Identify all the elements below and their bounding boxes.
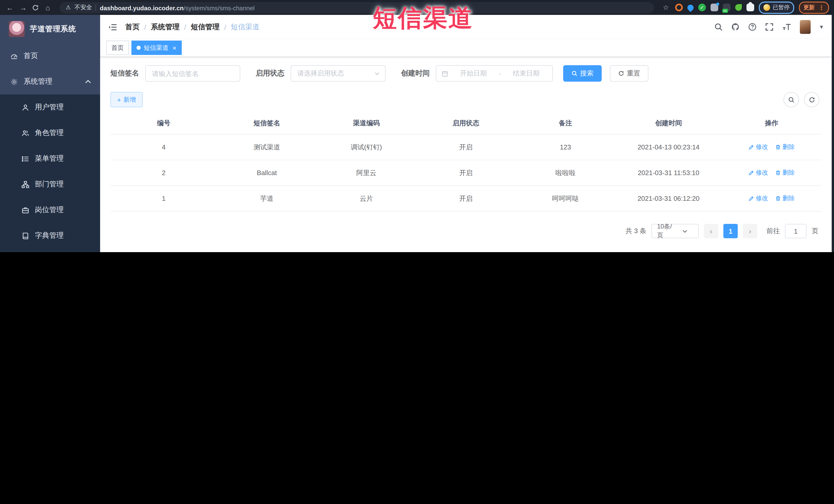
total-count: 共 3 条 (626, 226, 646, 236)
delete-link[interactable]: 删除 (775, 169, 795, 177)
extension-leaf-icon[interactable] (735, 4, 742, 11)
close-tab-icon[interactable]: × (173, 44, 176, 51)
sidebar-item-2[interactable]: 用户管理 (0, 94, 100, 120)
sidebar-item-label: 首页 (24, 51, 38, 61)
add-button[interactable]: + 新增 (110, 92, 142, 107)
sidebar-item-label: 部门管理 (35, 180, 64, 189)
post-icon (22, 206, 29, 214)
sidebar-logo[interactable]: 芋道管理系统 (0, 15, 100, 43)
delete-link[interactable]: 删除 (775, 194, 795, 203)
browser-home-icon[interactable]: ⌂ (43, 3, 52, 12)
search-icon[interactable] (714, 23, 723, 31)
github-icon[interactable] (731, 23, 740, 31)
sidebar-item-5[interactable]: 部门管理 (0, 172, 100, 197)
sidebar-collapse-icon[interactable] (108, 23, 117, 31)
page-scrollbar[interactable] (832, 15, 834, 252)
sidebar-item-1[interactable]: 系统管理 (0, 69, 100, 94)
sign-input[interactable] (145, 65, 240, 82)
table-row: 4测试渠道调试(钉钉)开启1232021-04-13 00:23:14修改删除 (110, 134, 821, 160)
search-form: 短信签名 启用状态 请选择启用状态 创建时间 (110, 65, 821, 82)
sidebar-item-4[interactable]: 菜单管理 (0, 146, 100, 172)
calendar-icon (441, 70, 448, 77)
refresh-table-button[interactable] (804, 92, 819, 107)
url-host: dashboard.yudao.iocoder.cn (100, 4, 184, 12)
edit-pencil-icon (748, 196, 754, 201)
cell-status: 开启 (416, 160, 516, 185)
cell-remark: 呵呵呵哒 (516, 185, 615, 211)
start-date-placeholder: 开始日期 (452, 69, 495, 78)
tab-label: 首页 (111, 43, 124, 52)
cell-actions: 修改删除 (722, 160, 821, 185)
tab-短信渠道[interactable]: 短信渠道× (131, 41, 181, 55)
end-date-placeholder: 结束日期 (505, 69, 547, 78)
cell-actions: 修改删除 (722, 185, 821, 211)
status-select[interactable]: 请选择启用状态 (290, 65, 386, 82)
breadcrumb-item[interactable]: 系统管理 (151, 22, 180, 31)
cell-sign: 芋道 (217, 185, 317, 211)
edit-link[interactable]: 修改 (748, 194, 768, 203)
sidebar-item-0[interactable]: 首页 (0, 43, 100, 69)
user-avatar[interactable] (800, 20, 811, 34)
browser-menu-dots-icon[interactable]: ⋮ (818, 4, 825, 11)
browser-forward-icon[interactable]: → (19, 3, 28, 12)
sidebar-item-8[interactable]: 通知公告 (0, 248, 100, 252)
extension-video-icon[interactable]: on (723, 4, 730, 11)
range-separator: - (499, 70, 501, 77)
chevron-up-icon (84, 78, 92, 86)
browser-back-icon[interactable]: ← (5, 3, 14, 12)
fullscreen-icon[interactable] (765, 23, 774, 31)
app-shell: 芋道管理系统 首页系统管理用户管理角色管理菜单管理部门管理岗位管理字典管理通知公… (0, 15, 834, 252)
cell-sign: 测试渠道 (217, 134, 317, 160)
search-button[interactable]: 搜索 (563, 65, 602, 82)
cell-code: 阿里云 (316, 160, 416, 185)
extension-check-icon[interactable]: ✓ (698, 4, 706, 11)
table-column-header: 备注 (516, 114, 615, 134)
browser-update-button[interactable]: 更新 ⋮ (799, 1, 829, 14)
bookmark-star-icon[interactable]: ☆ (661, 4, 671, 11)
breadcrumb-item[interactable]: 首页 (125, 22, 140, 31)
extension-tabs-icon[interactable] (710, 4, 718, 11)
extension-pin-icon[interactable] (686, 3, 695, 12)
extensions-puzzle-icon[interactable] (746, 4, 754, 11)
avatar-caret-down-icon[interactable]: ▼ (819, 24, 824, 30)
breadcrumb-separator: / (144, 23, 146, 31)
cell-id: 2 (110, 160, 217, 185)
status-label: 启用状态 (256, 69, 284, 78)
sidebar-item-7[interactable]: 字典管理 (0, 223, 100, 248)
sms-channel-table: 编号短信签名渠道编码启用状态备注创建时间操作 4测试渠道调试(钉钉)开启1232… (110, 114, 821, 212)
reset-button[interactable]: 重置 (610, 65, 649, 82)
sidebar-item-3[interactable]: 角色管理 (0, 120, 100, 146)
help-question-icon[interactable] (748, 23, 757, 31)
prev-page-button[interactable]: ‹ (704, 224, 718, 238)
breadcrumb-separator: / (224, 23, 226, 31)
breadcrumb-item[interactable]: 短信管理 (191, 22, 220, 31)
toggle-search-icon (788, 96, 794, 103)
page-size-select[interactable]: 10条/页 (652, 224, 699, 238)
goto-page-input[interactable] (785, 224, 807, 238)
next-page-button[interactable]: › (743, 224, 757, 238)
cell-create-time: 2021-03-31 06:12:20 (615, 185, 722, 211)
security-warning-icon: ⚠ (66, 4, 71, 11)
current-page-button[interactable]: 1 (723, 224, 738, 238)
date-range-picker[interactable]: 开始日期 - 结束日期 (436, 65, 553, 82)
extension-orange-ring-icon[interactable] (675, 4, 683, 11)
sidebar-item-6[interactable]: 岗位管理 (0, 197, 100, 223)
edit-pencil-icon (748, 144, 754, 150)
cell-status: 开启 (416, 185, 516, 211)
browser-reload-icon[interactable] (32, 4, 39, 11)
font-size-icon[interactable] (782, 23, 792, 31)
cell-code: 调试(钉钉) (316, 134, 416, 160)
breadcrumb-separator: / (184, 23, 186, 31)
tab-首页[interactable]: 首页 (106, 41, 129, 55)
address-bar[interactable]: ⚠ 不安全 dashboard.yudao.iocoder.cn/system/… (60, 2, 654, 13)
delete-link[interactable]: 删除 (775, 143, 795, 152)
browser-toolbar: ← → ⌂ ⚠ 不安全 dashboard.yudao.iocoder.cn/s… (0, 0, 834, 15)
table-body: 4测试渠道调试(钉钉)开启1232021-04-13 00:23:14修改删除2… (110, 134, 821, 211)
tree-icon (22, 180, 29, 188)
toggle-search-button[interactable] (784, 92, 799, 107)
profile-emoji-icon (763, 4, 770, 11)
cell-create-time: 2021-03-31 11:53:10 (615, 160, 722, 185)
edit-link[interactable]: 修改 (748, 143, 768, 152)
edit-link[interactable]: 修改 (748, 169, 768, 177)
profile-paused-badge[interactable]: 已暂停 (759, 1, 794, 14)
